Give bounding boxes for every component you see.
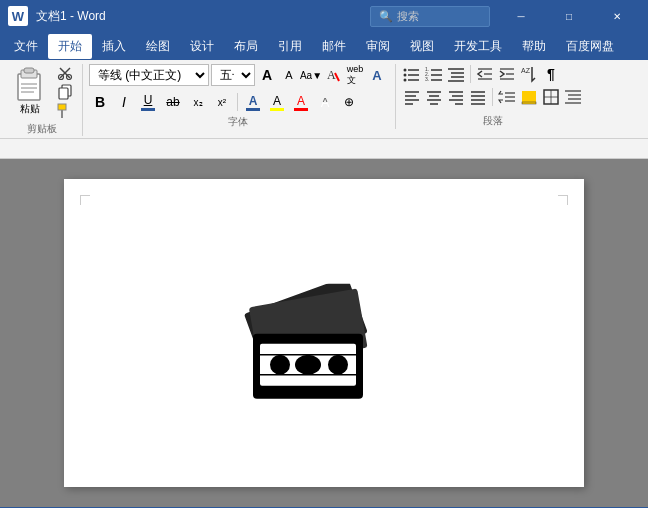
svg-rect-13: [61, 110, 63, 118]
bold-button[interactable]: B: [89, 91, 111, 113]
maximize-button[interactable]: □: [546, 0, 592, 32]
align-right-button[interactable]: [446, 87, 466, 107]
money-icon: [228, 284, 388, 407]
search-box[interactable]: 🔍 搜索: [370, 6, 490, 27]
cut-button[interactable]: [54, 64, 76, 82]
web-text-button[interactable]: web文: [345, 65, 365, 85]
menu-review[interactable]: 审阅: [356, 34, 400, 59]
change-case-button[interactable]: Aa▼: [301, 65, 321, 85]
format-painter-button[interactable]: [54, 102, 76, 120]
font-name-select[interactable]: 等线 (中文正文): [89, 64, 209, 86]
sort-button[interactable]: AZ: [519, 64, 539, 84]
svg-point-16: [404, 69, 407, 72]
justify-button[interactable]: [468, 87, 488, 107]
font-color-button[interactable]: A: [242, 92, 264, 112]
svg-point-20: [404, 79, 407, 82]
shading-icon: [520, 88, 538, 106]
borders-button[interactable]: [541, 87, 561, 107]
ribbon: 粘贴: [0, 60, 648, 139]
line-spacing-icon: [498, 88, 516, 106]
menu-design[interactable]: 设计: [180, 34, 224, 59]
menu-help[interactable]: 帮助: [512, 34, 556, 59]
decrease-indent-button[interactable]: [475, 64, 495, 84]
increase-indent-button[interactable]: [497, 64, 517, 84]
menu-layout[interactable]: 布局: [224, 34, 268, 59]
multilevel-list-icon: [447, 65, 465, 83]
paste-icon: [14, 66, 46, 102]
menu-insert[interactable]: 插入: [92, 34, 136, 59]
menu-view[interactable]: 视图: [400, 34, 444, 59]
menu-mailings[interactable]: 邮件: [312, 34, 356, 59]
separator3: [492, 88, 493, 106]
clipboard-buttons: 粘贴: [8, 64, 76, 120]
bullet-list-button[interactable]: [402, 64, 422, 84]
svg-rect-59: [522, 102, 536, 104]
highlight-color-button[interactable]: A: [266, 92, 288, 112]
font-group: 等线 (中文正文) 五号 A A Aa▼ A web文 A B: [89, 64, 396, 129]
minimize-button[interactable]: ─: [498, 0, 544, 32]
italic-button[interactable]: I: [113, 91, 135, 113]
menu-draw[interactable]: 绘图: [136, 34, 180, 59]
cash-icon-svg: [228, 284, 388, 404]
superscript-button[interactable]: x²: [211, 92, 233, 112]
cut-icon: [57, 65, 73, 81]
copy-icon: [57, 84, 73, 100]
menu-baidu[interactable]: 百度网盘: [556, 34, 624, 59]
svg-rect-58: [522, 91, 536, 102]
menu-home[interactable]: 开始: [48, 34, 92, 59]
svg-point-71: [270, 355, 290, 375]
font-color2-button[interactable]: A: [290, 92, 312, 112]
clipboard-group: 粘贴: [8, 64, 83, 136]
svg-rect-12: [58, 104, 66, 110]
paste-label: 粘贴: [20, 102, 40, 116]
page-corner-tl: [80, 195, 90, 205]
close-button[interactable]: ✕: [594, 0, 640, 32]
line-spacing-button[interactable]: [497, 87, 517, 107]
font-size-select[interactable]: 五号: [211, 64, 255, 86]
subscript-button[interactable]: x₂: [187, 92, 209, 112]
align-center-button[interactable]: [424, 87, 444, 107]
svg-text:3.: 3.: [425, 76, 429, 82]
strikethrough-button[interactable]: ab: [161, 92, 185, 112]
menu-references[interactable]: 引用: [268, 34, 312, 59]
font-shrink-button[interactable]: A: [279, 65, 299, 85]
format-painter-icon: [57, 103, 73, 119]
font-label: 字体: [89, 115, 387, 129]
separator2: [470, 65, 471, 83]
para-spacing-button[interactable]: [563, 87, 583, 107]
svg-rect-2: [24, 68, 34, 73]
window-controls: ─ □ ✕: [498, 0, 640, 32]
font-formatting-row: B I U ab x₂ x² A: [89, 91, 387, 113]
svg-point-72: [295, 355, 321, 375]
sort-icon: AZ: [520, 65, 538, 83]
paragraph-row1: 1. 2. 3.: [402, 64, 583, 84]
document-page[interactable]: [64, 179, 584, 487]
font-grow-button[interactable]: A: [257, 65, 277, 85]
show-marks-button[interactable]: ¶: [541, 64, 561, 84]
borders-icon: [542, 88, 560, 106]
char-shade-button[interactable]: A: [314, 92, 336, 112]
phonetic-guide-button[interactable]: ⊕: [338, 92, 360, 112]
font-selector-row: 等线 (中文正文) 五号 A A Aa▼ A web文 A: [89, 64, 387, 86]
clipboard-label: 剪贴板: [8, 122, 76, 136]
clear-format-icon: A: [326, 68, 340, 82]
shading-button[interactable]: [519, 87, 539, 107]
copy-button[interactable]: [54, 83, 76, 101]
multilevel-list-button[interactable]: [446, 64, 466, 84]
numbered-list-button[interactable]: 1. 2. 3.: [424, 64, 444, 84]
svg-text:AZ: AZ: [521, 67, 531, 74]
paste-button[interactable]: 粘贴: [8, 64, 52, 118]
svg-text:A: A: [327, 68, 336, 82]
increase-indent-icon: [498, 65, 516, 83]
paragraph-row2: [402, 87, 583, 107]
decrease-indent-icon: [476, 65, 494, 83]
align-left-button[interactable]: [402, 87, 422, 107]
word-logo: W: [8, 6, 28, 26]
clear-format-button[interactable]: A: [323, 65, 343, 85]
menu-file[interactable]: 文件: [4, 34, 48, 59]
align-center-icon: [425, 88, 443, 106]
paragraph-group: 1. 2. 3.: [402, 64, 591, 128]
menu-developer[interactable]: 开发工具: [444, 34, 512, 59]
underline-button[interactable]: U: [137, 91, 159, 113]
text-effects-button[interactable]: A: [367, 65, 387, 85]
